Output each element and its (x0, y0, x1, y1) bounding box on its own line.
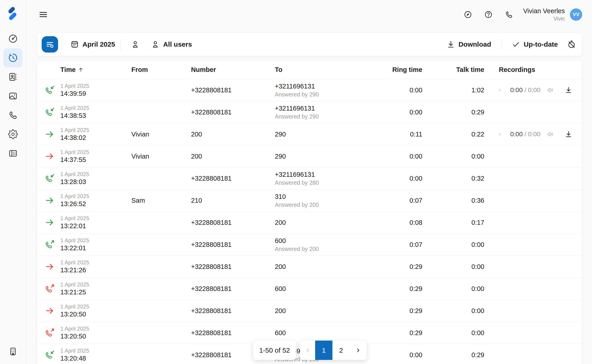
pause-icon[interactable] (497, 130, 503, 138)
ring-time-cell: 0:00 (410, 109, 422, 116)
sort-ascending-icon (78, 67, 84, 73)
call-time: 13:22:01 (60, 222, 131, 230)
call-time: 13:20:48 (60, 355, 131, 362)
previous-page-button[interactable] (300, 341, 315, 360)
column-header-from[interactable]: From (131, 66, 191, 73)
column-header-talk-time[interactable]: Talk time (456, 66, 484, 73)
pause-icon[interactable] (497, 86, 503, 94)
time-cell: 1 April 2025 13:20:48 (60, 348, 131, 362)
column-header-ring-time[interactable]: Ring time (392, 66, 422, 73)
number-cell: 200 (191, 153, 275, 160)
table-row[interactable]: 1 April 2025 13:22:01 +3228808181 600 An… (37, 234, 582, 256)
recording-cell: 0:00 / 0:00 (484, 86, 577, 94)
table-row[interactable]: 1 April 2025 14:38:02 Vivian 200 290 0:1… (37, 123, 582, 145)
user-filter[interactable]: All users (151, 40, 192, 49)
call-direction (44, 173, 60, 184)
table-row[interactable]: 1 April 2025 14:39:59 +3228808181 +32116… (37, 79, 582, 101)
ring-time-cell: 0:08 (410, 219, 422, 226)
person-icon (151, 40, 160, 49)
chevron-right-icon (355, 347, 362, 354)
column-header-number[interactable]: Number (191, 66, 275, 73)
ring-time-cell: 0:29 (410, 285, 422, 292)
call-outgoing-icon (44, 239, 55, 250)
volume-icon[interactable] (546, 86, 554, 94)
call-direction (44, 85, 60, 95)
toolbar-right: Download Up-to-date (446, 39, 576, 50)
page-button-1[interactable]: 1 (315, 341, 333, 360)
auto-refresh-off-button[interactable] (567, 40, 576, 49)
table-body: 1 April 2025 14:39:59 +3228808181 +32116… (37, 79, 582, 364)
talk-time-cell: 0:00 (472, 153, 484, 160)
media-icon (8, 91, 18, 101)
call-date: 1 April 2025 (60, 83, 131, 89)
avatar[interactable]: VV (570, 8, 582, 21)
agent-filter-icon-button[interactable] (131, 40, 140, 49)
sidebar-item-settings[interactable] (3, 125, 23, 144)
ring-time-cell: 0:00 (410, 351, 422, 359)
to-cell: 200 (275, 307, 386, 315)
to-cell: 200 (275, 219, 386, 226)
time-cell: 1 April 2025 14:39:59 (60, 83, 131, 97)
download-recording-icon[interactable] (565, 130, 573, 138)
sidebar-item-history[interactable] (3, 48, 23, 67)
to-cell: +3211696131 Answered by 290 (275, 105, 386, 120)
call-date: 1 April 2025 (60, 193, 131, 200)
sidebar-item-dashboard[interactable] (3, 29, 23, 48)
page-button-2[interactable]: 2 (333, 341, 350, 360)
number-cell: +3228808181 (191, 307, 275, 315)
call-time: 13:28:03 (60, 178, 131, 186)
answered-by: Answered by 290 (275, 113, 386, 120)
date-filter[interactable]: April 2025 (70, 40, 115, 49)
toolbar-divider (120, 39, 121, 50)
sync-status-label: Up-to-date (524, 40, 558, 48)
sidebar-item-media[interactable] (3, 86, 23, 105)
sidebar-item-devices[interactable] (3, 144, 23, 163)
time-cell: 1 April 2025 13:28:03 (60, 171, 131, 186)
table-row[interactable]: 1 April 2025 13:21:26 +3228808181 200 0:… (37, 256, 582, 278)
ring-time-cell: 0:11 (410, 130, 422, 138)
call-time: 13:20:50 (60, 311, 131, 318)
sidebar-item-calls[interactable] (3, 105, 23, 125)
user-block[interactable]: Vivian Veerles Vivic (523, 7, 565, 22)
to-cell: 600 Answered by 200 (275, 237, 386, 252)
table-row[interactable]: 1 April 2025 13:22:01 +3228808181 200 0:… (37, 212, 582, 234)
to-cell: +3211696131 Answered by 290 (275, 83, 386, 98)
hamburger-menu-icon[interactable] (38, 9, 49, 20)
column-header-to[interactable]: To (275, 66, 386, 73)
user-filter-label: All users (163, 40, 192, 48)
help-icon (484, 10, 493, 19)
table-row[interactable]: 1 April 2025 14:37:55 Vivian 200 290 0:0… (37, 145, 582, 168)
call-time: 13:21:25 (60, 288, 131, 296)
time-cell: 1 April 2025 13:26:52 (60, 193, 131, 208)
call-outgoing-icon (44, 283, 55, 294)
call-time: 14:38:53 (60, 112, 131, 119)
clear-filters-button[interactable] (42, 36, 58, 52)
call-direction (44, 239, 60, 250)
download-button[interactable]: Download (446, 40, 491, 49)
arrow-outgoing-icon (44, 129, 55, 139)
call-direction (44, 306, 60, 316)
settings-icon (8, 129, 18, 139)
table-row[interactable]: 1 April 2025 13:20:50 +3228808181 200 0:… (37, 300, 582, 322)
table-row[interactable]: 1 April 2025 13:28:03 +3228808181 +32116… (37, 168, 582, 189)
column-header-recordings[interactable]: Recordings (484, 66, 577, 73)
compass-button[interactable] (463, 9, 473, 20)
next-page-button[interactable] (350, 341, 366, 360)
phone-button[interactable] (504, 9, 514, 20)
to-value: 290 (275, 130, 386, 138)
sidebar-item-contacts[interactable] (3, 67, 23, 86)
column-header-time[interactable]: Time (60, 66, 131, 73)
to-value: +3211696131 (275, 83, 386, 90)
download-recording-icon[interactable] (565, 86, 573, 94)
help-button[interactable] (483, 9, 494, 20)
sidebar-item-organization[interactable] (3, 342, 23, 361)
volume-icon[interactable] (546, 130, 554, 138)
table-row[interactable]: 1 April 2025 13:21:25 +3228808181 600 0:… (37, 278, 582, 300)
arrow-outgoing-icon (44, 195, 55, 206)
ring-time-cell: 0:00 (410, 153, 422, 160)
call-date: 1 April 2025 (60, 237, 131, 244)
call-time: 13:21:26 (60, 266, 131, 274)
table-row[interactable]: 1 April 2025 14:38:53 +3228808181 +32116… (37, 101, 582, 123)
table-row[interactable]: 1 April 2025 13:26:52 Sam 210 310 Answer… (37, 189, 582, 212)
person-icon (131, 40, 140, 49)
